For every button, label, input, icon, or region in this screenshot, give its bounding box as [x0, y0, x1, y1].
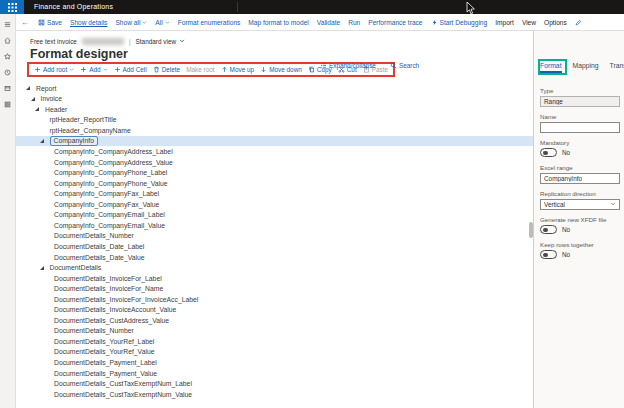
- toolbar-move-down-button[interactable]: Move down: [260, 66, 302, 73]
- tree-node-documentdetails-yourref-label[interactable]: DocumentDetails_YourRef_Label: [16, 336, 533, 347]
- tree-node-documentdetails-custtaxexemptnum-label[interactable]: DocumentDetails_CustTaxExemptNum_Label: [16, 378, 533, 389]
- toolbar-add-cell-button[interactable]: Add Cell: [114, 66, 147, 73]
- replication-direction-select[interactable]: Vertical: [540, 199, 620, 210]
- tree-expand-caret-icon[interactable]: [40, 266, 44, 270]
- action-save-button[interactable]: Save: [38, 19, 62, 26]
- action-label: All: [155, 19, 162, 26]
- tree-node-documentdetails-invoicefor-invoiceacc-label[interactable]: DocumentDetails_InvoiceFor_InvoiceAcc_La…: [16, 294, 533, 305]
- action-show-all-button[interactable]: Show all: [115, 19, 147, 26]
- action-label: Save: [47, 19, 62, 26]
- action-show-details-button[interactable]: Show details: [70, 19, 107, 26]
- page-title: Format designer: [30, 47, 128, 61]
- nav-workspaces-button[interactable]: [2, 83, 14, 93]
- tree-node-documentdetails-payment-label[interactable]: DocumentDetails_Payment_Label: [16, 357, 533, 368]
- header-divider: [237, 2, 238, 12]
- nav-modules-button[interactable]: [2, 99, 14, 109]
- action-import-button[interactable]: Import: [495, 19, 514, 26]
- toolbar-add-root-button[interactable]: Add root: [34, 66, 74, 73]
- toolbar-delete-button[interactable]: Delete: [153, 66, 180, 73]
- tab-mapping[interactable]: Mapping: [573, 62, 599, 73]
- tree-node-rptheader-reporttitle[interactable]: rptHeader_ReportTitle: [16, 115, 533, 126]
- action-validate-button[interactable]: Validate: [317, 19, 340, 26]
- tree-node-invoice[interactable]: Invoice: [16, 94, 533, 105]
- tree-node-documentdetails-date-label[interactable]: DocumentDetails_Date_Label: [16, 241, 533, 252]
- nav-menu-button[interactable]: [2, 19, 14, 29]
- feedback-icon: [575, 19, 582, 26]
- toolbar-add-button[interactable]: Add: [80, 66, 107, 73]
- generate-xfdf-toggle[interactable]: [540, 225, 557, 234]
- tree-expand-caret-icon[interactable]: [26, 86, 30, 90]
- tree-node-label: DocumentDetails_Payment_Value: [54, 370, 157, 377]
- name-input[interactable]: [540, 122, 620, 133]
- replication-direction-label: Replication direction: [540, 190, 622, 197]
- back-button[interactable]: ←: [20, 18, 30, 27]
- tree-node-documentdetails-number[interactable]: DocumentDetails_Number: [16, 326, 533, 337]
- tree-node-documentdetails[interactable]: DocumentDetails: [16, 262, 533, 273]
- nav-favorites-button[interactable]: [2, 51, 14, 61]
- tree-node-companyinfo-companyphone-value[interactable]: CompanyInfo_CompanyPhone_Value: [16, 178, 533, 189]
- toggle-knob: [543, 228, 548, 233]
- generate-xfdf-value: No: [562, 226, 570, 233]
- app-title: Finance and Operations: [34, 0, 113, 14]
- tree-node-label: CompanyInfo_CompanyFax_Value: [54, 201, 159, 208]
- excel-range-input[interactable]: [540, 173, 620, 184]
- tree-node-documentdetails-payment-value[interactable]: DocumentDetails_Payment_Value: [16, 368, 533, 379]
- chevron-down-icon: [179, 38, 185, 45]
- tree-expand-caret-icon[interactable]: [35, 107, 39, 111]
- tree-node-documentdetails-invoicefor-label[interactable]: DocumentDetails_InvoiceFor_Label: [16, 273, 533, 284]
- tree-node-rptheader-companyname[interactable]: rptHeader_CompanyName: [16, 125, 533, 136]
- tree-node-documentdetails-invoicefor-name[interactable]: DocumentDetails_InvoiceFor_Name: [16, 283, 533, 294]
- tree-node-companyinfo-companyemail-label[interactable]: CompanyInfo_CompanyEmail_Label: [16, 210, 533, 221]
- tree-node-companyinfo[interactable]: CompanyInfo: [16, 136, 533, 147]
- action-performance-trace-button[interactable]: Performance trace: [368, 19, 422, 26]
- tree-node-label: CompanyInfo_CompanyEmail_Value: [54, 222, 165, 229]
- tree-node-header[interactable]: Header: [16, 104, 533, 115]
- panel-splitter-handle[interactable]: [529, 222, 533, 238]
- action-options-button[interactable]: Options: [544, 19, 567, 26]
- toolbar-expand-collapse-button[interactable]: Expand/collapse: [320, 62, 376, 69]
- action-label: Start Debugging: [440, 19, 488, 26]
- nav-recent-button[interactable]: [2, 67, 14, 77]
- action-format-enumerations-button[interactable]: Format enumerations: [178, 19, 241, 26]
- toggle-knob: [543, 253, 548, 258]
- tree-node-companyinfo-companyfax-label[interactable]: CompanyInfo_CompanyFax_Label: [16, 188, 533, 199]
- action-map-format-to-model-button[interactable]: Map format to model: [248, 19, 308, 26]
- tree-node-documentdetails-custtaxexemptnum-value[interactable]: DocumentDetails_CustTaxExemptNum_Value: [16, 389, 533, 400]
- toolbar-search-button[interactable]: Search: [390, 62, 419, 69]
- tree-node-documentdetails-custaddress-value[interactable]: DocumentDetails_CustAddress_Value: [16, 315, 533, 326]
- tree-node-documentdetails-date-value[interactable]: DocumentDetails_Date_Value: [16, 252, 533, 263]
- keep-rows-toggle[interactable]: [540, 250, 557, 259]
- tree-node-report[interactable]: Report: [16, 83, 533, 94]
- tree-node-companyinfo-companyfax-value[interactable]: CompanyInfo_CompanyFax_Value: [16, 199, 533, 210]
- action-feedback-button[interactable]: [575, 19, 582, 26]
- tab-format[interactable]: Format: [540, 62, 562, 73]
- type-input[interactable]: [540, 96, 620, 107]
- tab-transformations[interactable]: Transformations: [610, 62, 624, 73]
- type-label: Type: [540, 87, 622, 94]
- toggle-knob: [543, 151, 548, 156]
- toolbar-label: Delete: [162, 66, 180, 73]
- tree-node-label: DocumentDetails_Number: [54, 327, 134, 334]
- tree-expand-caret-icon[interactable]: [40, 139, 44, 143]
- tree-expand-caret-icon[interactable]: [31, 97, 35, 101]
- action-all-button[interactable]: All: [155, 19, 169, 26]
- mandatory-label: Mandatory: [540, 139, 622, 146]
- tree-node-documentdetails-invoiceaccount-value[interactable]: DocumentDetails_InvoiceAccount_Value: [16, 304, 533, 315]
- home-icon: [4, 37, 11, 44]
- view-selector[interactable]: Standard view: [136, 38, 186, 45]
- toolbar-move-up-button[interactable]: Move up: [221, 66, 255, 73]
- action-start-debugging-button[interactable]: Start Debugging: [431, 19, 488, 26]
- tree-node-companyinfo-companyphone-label[interactable]: CompanyInfo_CompanyPhone_Label: [16, 167, 533, 178]
- app-launcher-button[interactable]: [0, 0, 24, 14]
- tree-node-documentdetails-yourref-value[interactable]: DocumentDetails_YourRef_Value: [16, 347, 533, 358]
- nav-home-button[interactable]: [2, 35, 14, 45]
- action-run-button[interactable]: Run: [348, 19, 360, 26]
- toolbar-label: Expand/collapse: [329, 62, 376, 69]
- tree-node-companyinfo-companyaddress-label[interactable]: CompanyInfo_CompanyAddress_Label: [16, 146, 533, 157]
- action-view-button[interactable]: View: [522, 19, 536, 26]
- caret-slot: [31, 97, 41, 101]
- mandatory-toggle[interactable]: [540, 148, 557, 157]
- tree-node-documentdetails-number[interactable]: DocumentDetails_Number: [16, 231, 533, 242]
- tree-node-companyinfo-companyemail-value[interactable]: CompanyInfo_CompanyEmail_Value: [16, 220, 533, 231]
- tree-node-companyinfo-companyaddress-value[interactable]: CompanyInfo_CompanyAddress_Value: [16, 157, 533, 168]
